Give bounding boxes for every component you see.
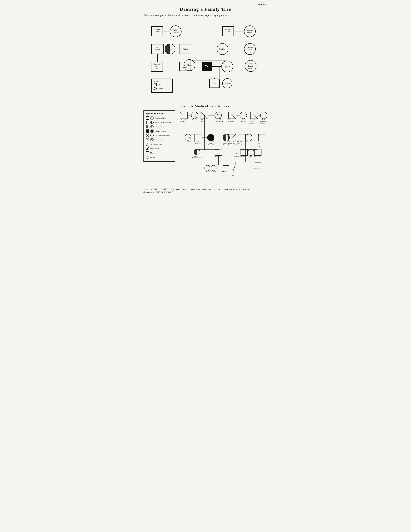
svg-text:Robert: 40: Robert: 40 (254, 155, 260, 157)
svg-text:Step-: Step- (168, 47, 171, 48)
svg-rect-199 (254, 149, 261, 155)
lung-cancer-circle-icon (150, 125, 154, 128)
svg-text:28: 28 (258, 146, 260, 147)
deceased-circle-icon (150, 138, 154, 142)
svg-text:Asthma: 25: Asthma: 25 (194, 143, 200, 144)
svg-text:Laura: 8: Laura: 8 (211, 171, 216, 172)
legend-item-male: Male (146, 151, 173, 155)
twins-icon (146, 142, 149, 146)
svg-point-169 (245, 134, 252, 141)
sample-tree-container: Albert: 90 M/1; 85 Nora: ? ? William Age… (177, 110, 268, 185)
svg-point-196 (248, 149, 254, 155)
svg-text:Andrew: 60: Andrew: 60 (227, 141, 234, 143)
svg-text:Ovarian: Ovarian (208, 143, 212, 144)
no-cancer-circle-icon (150, 116, 154, 120)
legend-title: Symbol definitions (146, 112, 173, 115)
svg-text:Lung: Lung (250, 121, 252, 122)
female-circle-icon (146, 155, 149, 159)
svg-line-134 (261, 113, 266, 118)
svg-text:Father's: Father's (173, 29, 178, 31)
svg-line-94 (149, 143, 149, 144)
svg-rect-194 (241, 149, 247, 155)
twins-label: Twin Daughters (150, 143, 161, 145)
svg-text:Candice: 92: Candice: 92 (215, 119, 222, 121)
svg-text:Father: Father (183, 48, 188, 50)
svg-text:Stroke: 83: Stroke: 83 (228, 121, 234, 122)
legend-item-ovarian-cancer: Ovarian Cancer (146, 129, 173, 133)
svg-text:Age: 92: Age: 92 (241, 121, 245, 122)
svg-text:David: 59: David: 59 (194, 141, 199, 143)
svg-rect-81 (146, 130, 149, 133)
svg-text:Mother: Mother (247, 31, 252, 33)
family-tree-svg: Father's Father Father's Mother Mother's… (143, 22, 268, 99)
svg-text:Sister: Sister (248, 49, 252, 51)
svg-text:KEY:: KEY: (154, 80, 159, 83)
svg-text:Cancer: 61: Cancer: 61 (208, 144, 214, 146)
svg-text:Mother's: Mother's (247, 29, 253, 31)
no-cancer-label: No cancer history (155, 117, 167, 119)
svg-text:Nora: ?: Nora: ? (192, 119, 196, 121)
svg-point-73 (154, 87, 157, 90)
svg-line-92 (151, 139, 153, 141)
miscarriage-label: Miscarriage (150, 148, 159, 150)
svg-text:Spouse: Spouse (224, 65, 230, 67)
ovarian-cancer-label: Ovarian Cancer (155, 130, 166, 132)
svg-text:M/1; 85: M/1; 85 (180, 121, 185, 122)
legend-item-deceased: Deceased (146, 138, 173, 142)
legend-item-lymphoma: Lymphoma/Leukemia (146, 134, 173, 137)
svg-text:Disease: Disease (260, 122, 265, 124)
svg-text:Half: Half (183, 64, 186, 66)
svg-text:Cancer: 85: Cancer: 85 (248, 122, 254, 124)
deceased-label: Deceased (155, 139, 161, 141)
svg-point-100 (146, 156, 149, 159)
ovarian-cancer-circle-icon (150, 129, 154, 133)
sample-tree-svg: Albert: 90 M/1; 85 Nora: ? ? William Age… (177, 110, 268, 184)
svg-rect-213 (223, 165, 229, 171)
lymphoma-label: Lymphoma/Leukemia (155, 134, 170, 136)
svg-text:Breast Cancer: 30: Breast Cancer: 30 (192, 157, 202, 159)
svg-point-82 (150, 130, 153, 133)
lung-cancer-square-icon (146, 125, 149, 128)
breast-cancer-circle-icon (150, 121, 154, 124)
svg-text:Brother: Brother (182, 66, 187, 68)
family-tree-diagram: Father's Father Father's Mother Mother's… (143, 22, 268, 100)
svg-text:Attack: 62: Attack: 62 (236, 144, 242, 146)
svg-text:Jake: 64: Jake: 64 (237, 141, 242, 143)
svg-text:Mother's: Mother's (225, 28, 231, 30)
svg-text:William: William (201, 119, 205, 121)
legend-item-twins: Twin Daughters (146, 142, 173, 146)
ovarian-cancer-square-icon (146, 129, 149, 133)
svg-text:Karl: 28: Karl: 28 (258, 141, 262, 143)
svg-rect-99 (146, 152, 149, 154)
sample-title: Sample Medical Family Tree (143, 104, 268, 108)
svg-rect-143 (195, 134, 202, 141)
svg-text:Father's: Father's (154, 28, 160, 30)
svg-text:Olivia: Olivia (241, 119, 244, 121)
svg-text:Leukemia: 38: Leukemia: 38 (227, 143, 234, 144)
svg-rect-219 (255, 163, 261, 168)
svg-rect-75 (146, 116, 149, 119)
sample-section: Symbol definitions No cancer history Bre… (143, 110, 268, 185)
svg-rect-45 (179, 62, 190, 71)
legend-box: Symbol definitions No cancer history Bre… (143, 110, 175, 162)
svg-text:Mother's: Mother's (247, 47, 253, 48)
svg-text:Mother: Mother (219, 48, 226, 50)
svg-text:Accident:: Accident: (257, 144, 262, 146)
svg-rect-71 (154, 83, 157, 86)
lymphoma-circle-icon (150, 134, 154, 137)
svg-rect-165 (238, 134, 245, 141)
svg-text:John: John (228, 119, 231, 121)
svg-text:Cousin: Cousin (248, 67, 253, 69)
lung-cancer-label: Lung Cancer (155, 126, 164, 128)
svg-text:↗: ↗ (235, 152, 238, 155)
svg-line-90 (146, 138, 149, 141)
breast-cancer-square-icon (146, 121, 149, 124)
legend-item-miscarriage: Miscarriage (146, 147, 173, 150)
svg-text:Jasper: 31: Jasper: 31 (194, 155, 199, 157)
legend-item-no-cancer: No cancer history (146, 116, 173, 120)
miscarriage-icon (146, 147, 149, 150)
svg-text:?: ? (193, 121, 194, 122)
svg-text:Albert: 90: Albert: 90 (180, 119, 186, 121)
no-cancer-icon (146, 116, 149, 120)
svg-text:Female: Female (158, 87, 163, 90)
